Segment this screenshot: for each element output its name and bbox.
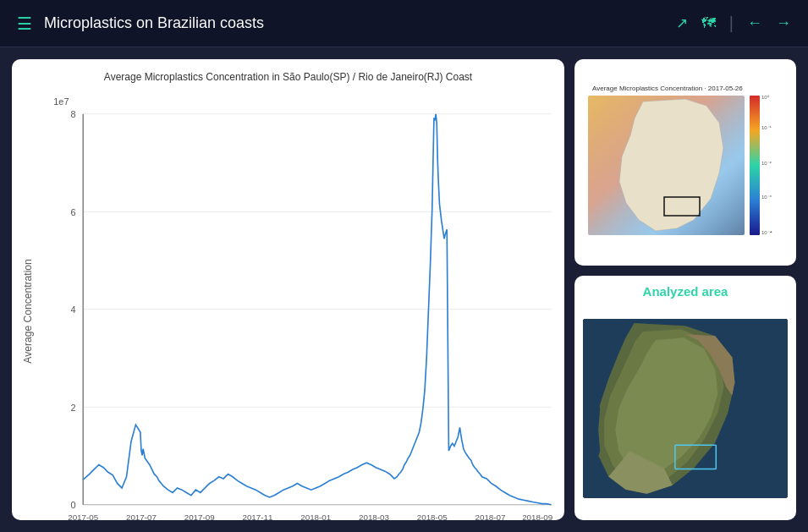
chart-title: Average Microplastics Concentration in S…	[104, 71, 472, 83]
svg-text:Average Microplastics Concentr: Average Microplastics Concentration · 20…	[592, 85, 743, 92]
svg-text:4: 4	[70, 304, 75, 315]
svg-text:2017-11: 2017-11	[242, 513, 272, 522]
analyzed-area-map	[583, 305, 788, 512]
svg-text:2018-05: 2018-05	[417, 513, 448, 522]
svg-text:10⁻⁴: 10⁻⁴	[761, 230, 772, 235]
map-icon[interactable]: 🗺	[701, 15, 716, 32]
svg-text:2018-03: 2018-03	[359, 513, 390, 522]
forward-icon[interactable]: →	[776, 14, 791, 32]
analyzed-area-panel: Analyzed area	[574, 276, 796, 520]
svg-text:2018-07: 2018-07	[475, 513, 505, 522]
svg-text:2017-05: 2017-05	[68, 513, 99, 522]
svg-text:2: 2	[70, 403, 75, 413]
app-title: Microplastics on Brazilian coasts	[44, 14, 264, 32]
svg-text:0: 0	[70, 500, 75, 510]
header-right: ↗ 🗺 | ← →	[676, 14, 791, 33]
svg-text:2017-09: 2017-09	[184, 513, 216, 522]
svg-text:10⁻²: 10⁻²	[761, 161, 772, 166]
svg-text:10⁻¹: 10⁻¹	[761, 125, 772, 130]
divider: |	[729, 14, 734, 33]
heatmap-svg: Average Microplastics Concentration · 20…	[584, 80, 787, 245]
svg-rect-28	[750, 96, 760, 235]
svg-text:2018-09: 2018-09	[522, 513, 553, 522]
heatmap-panel: Average Microplastics Concentration · 20…	[574, 59, 796, 266]
header-left: ☰ Microplastics on Brazilian coasts	[17, 14, 264, 34]
svg-text:2018-01: 2018-01	[300, 513, 331, 522]
back-icon[interactable]: ←	[747, 14, 762, 32]
menu-icon[interactable]: ☰	[17, 14, 32, 34]
right-panel: Average Microplastics Concentration · 20…	[574, 59, 796, 520]
app-header: ☰ Microplastics on Brazilian coasts ↗ 🗺 …	[0, 0, 808, 47]
svg-text:10⁻³: 10⁻³	[761, 195, 772, 200]
svg-text:6: 6	[70, 207, 75, 217]
svg-text:10⁰: 10⁰	[761, 95, 770, 100]
svg-text:8: 8	[70, 109, 75, 119]
chart-area: Average Concentration 1e7 8 6 4 2 0	[20, 88, 556, 525]
trending-icon[interactable]: ↗	[676, 14, 688, 32]
main-content: Average Microplastics Concentration in S…	[0, 47, 808, 532]
line-chart: Average Concentration 1e7 8 6 4 2 0	[20, 88, 556, 525]
svg-text:Average Concentration: Average Concentration	[22, 259, 34, 363]
svg-text:2017-07: 2017-07	[126, 513, 157, 522]
analyzed-area-title: Analyzed area	[643, 284, 728, 299]
analyzed-area-svg	[583, 305, 788, 512]
svg-text:1e7: 1e7	[53, 96, 69, 107]
chart-panel: Average Microplastics Concentration in S…	[12, 59, 564, 520]
